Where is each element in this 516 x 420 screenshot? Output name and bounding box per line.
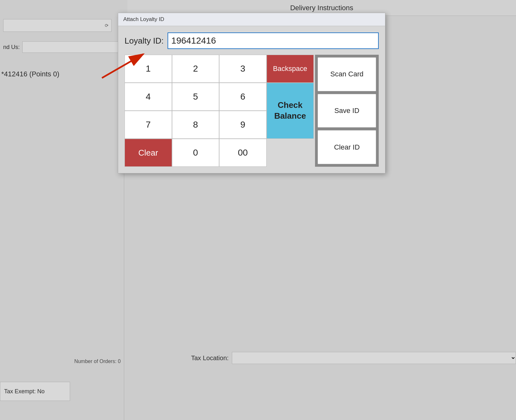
key-1[interactable]: 1 bbox=[125, 55, 172, 83]
check-balance-button[interactable]: CheckBalance bbox=[267, 83, 314, 139]
scan-card-button[interactable]: Scan Card bbox=[318, 57, 376, 91]
key-6[interactable]: 6 bbox=[219, 83, 267, 111]
loyalty-id-row: Loyalty ID: bbox=[125, 32, 379, 49]
save-id-button[interactable]: Save ID bbox=[318, 94, 376, 128]
loyalty-id-label: Loyalty ID: bbox=[125, 36, 164, 46]
keypad-grid: 1 2 3 Backspace 4 5 6 CheckBalance 7 8 9… bbox=[125, 55, 314, 167]
loyalty-id-input[interactable] bbox=[168, 32, 379, 49]
clear-button[interactable]: Clear bbox=[125, 139, 172, 167]
key-0[interactable]: 0 bbox=[172, 139, 219, 167]
key-3[interactable]: 3 bbox=[219, 55, 267, 83]
right-buttons-panel: Scan Card Save ID Clear ID bbox=[315, 55, 379, 167]
keypad-area: 1 2 3 Backspace 4 5 6 CheckBalance 7 8 9… bbox=[125, 55, 379, 167]
attach-loyalty-modal: Attach Loyalty ID Loyalty ID: 1 2 3 Back… bbox=[118, 13, 385, 173]
key-2[interactable]: 2 bbox=[172, 55, 219, 83]
key-5[interactable]: 5 bbox=[172, 83, 219, 111]
key-00[interactable]: 00 bbox=[219, 139, 267, 167]
key-9[interactable]: 9 bbox=[219, 111, 267, 139]
clear-id-button[interactable]: Clear ID bbox=[318, 130, 376, 164]
modal-titlebar: Attach Loyalty ID bbox=[118, 13, 385, 26]
modal-overlay: Attach Loyalty ID Loyalty ID: 1 2 3 Back… bbox=[0, 0, 516, 420]
key-7[interactable]: 7 bbox=[125, 111, 172, 139]
key-8[interactable]: 8 bbox=[172, 111, 219, 139]
key-4[interactable]: 4 bbox=[125, 83, 172, 111]
modal-body: Loyalty ID: 1 2 3 Backspace 4 5 6 CheckB… bbox=[118, 26, 385, 173]
backspace-button[interactable]: Backspace bbox=[267, 55, 314, 83]
modal-title: Attach Loyalty ID bbox=[123, 16, 164, 22]
